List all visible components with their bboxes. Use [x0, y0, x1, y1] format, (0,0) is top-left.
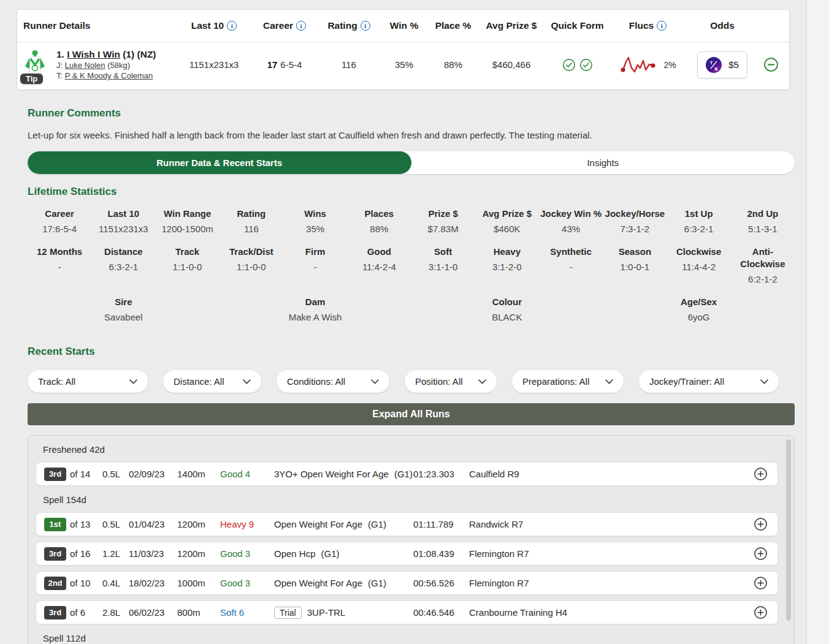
- run-row[interactable]: 3rd of 6 2.8L 06/02/23 800m Soft 6 Trial…: [36, 600, 778, 624]
- run-date: 11/03/23: [129, 548, 177, 559]
- stat-avg-prize: Avg Prize $$460K: [475, 208, 539, 235]
- race-grade: (G1): [368, 578, 386, 588]
- run-date: 01/04/23: [129, 519, 177, 529]
- tab-insights[interactable]: Insights: [411, 151, 795, 174]
- filter-distance[interactable]: Distance: All: [163, 370, 261, 393]
- venue: Caulfield R9: [469, 469, 754, 479]
- stat-prize: Prize $$7.83M: [411, 208, 475, 235]
- runner-country: (NZ): [137, 49, 156, 59]
- remove-cell: [758, 57, 783, 72]
- trainer-line: T: P & K Moody & Coleman: [56, 70, 156, 81]
- race-time: 01:08.439: [413, 548, 469, 559]
- race-name: Trial 3UP-TRL: [274, 607, 413, 619]
- expand-run-icon[interactable]: [754, 605, 768, 619]
- position-badge: 3rd: [44, 468, 66, 481]
- stat-synthetic: Synthetic-: [539, 246, 603, 285]
- run-row[interactable]: 3rd of 14 0.5L 02/09/23 1400m Good 4 3YO…: [36, 462, 778, 486]
- expand-run-icon[interactable]: [754, 547, 768, 561]
- run-distance: 800m: [177, 607, 220, 618]
- runner-text: 1. I Wish I Win (1) (NZ) J: Luke Nolen (…: [56, 48, 156, 81]
- run-distance: 1200m: [177, 519, 220, 529]
- stat-soft: Soft3:1-1-0: [411, 246, 475, 285]
- race-name: Open Weight For Age (G1): [274, 578, 413, 588]
- stat-season: Season1:0-0-1: [603, 246, 667, 285]
- tip-badge: Tip: [20, 74, 43, 84]
- odds-value: $5: [728, 59, 739, 70]
- info-icon[interactable]: i: [361, 21, 370, 31]
- stat-jockey-win: Jockey Win %43%: [539, 208, 603, 235]
- jockey-link[interactable]: Luke Nolen: [65, 61, 105, 70]
- stat-places: Places88%: [347, 208, 411, 235]
- expand-run-icon[interactable]: [754, 517, 768, 531]
- filter-preparations[interactable]: Preparations: All: [512, 370, 624, 393]
- run-row[interactable]: 2nd of 10 0.4L 18/02/23 1000m Good 3 Ope…: [36, 571, 778, 595]
- run-date: 02/09/23: [129, 469, 177, 479]
- stat-sire: SireSavabeel: [28, 296, 220, 323]
- group-label: Freshened 42d: [36, 444, 778, 455]
- filter-conditions[interactable]: Conditions: All: [277, 370, 389, 393]
- runner-name-link[interactable]: I Wish I Win: [67, 49, 120, 59]
- filter-track[interactable]: Track: All: [28, 370, 148, 393]
- race-grade: (G1): [321, 548, 340, 559]
- stat-12-months: 12 Months-: [28, 246, 91, 285]
- venue: Cranbourne Training H4: [469, 607, 754, 618]
- margin: 0.5L: [102, 519, 129, 529]
- position-badge: 3rd: [44, 547, 66, 561]
- odds-button[interactable]: T B $5: [697, 51, 747, 78]
- stat-rating: Rating116: [220, 208, 283, 235]
- tab-runner-data[interactable]: Runner Data & Recent Starts: [28, 151, 411, 174]
- position-badge: 2nd: [44, 577, 66, 590]
- info-icon[interactable]: i: [657, 21, 667, 31]
- chevron-down-icon: [760, 379, 768, 384]
- race-name: 3YO+ Open Weight For Age (G1): [274, 469, 413, 479]
- runner-comments-title: Runner Comments: [28, 107, 795, 119]
- avg-prize-value: $460,466: [478, 59, 545, 70]
- race-grade: (G1): [368, 519, 386, 529]
- info-icon[interactable]: i: [296, 21, 306, 31]
- stat-clockwise: Clockwise11:4-4-2: [667, 246, 731, 285]
- race-name: Open Hcp (G1): [274, 548, 413, 559]
- jockey-line: J: Luke Nolen (58kg): [56, 60, 156, 70]
- venue: Randwick R7: [469, 519, 754, 529]
- filters-row: Track: All Distance: All Conditions: All…: [28, 370, 795, 393]
- run-row[interactable]: 1st of 13 0.5L 01/04/23 1200m Heavy 9 Op…: [36, 512, 778, 536]
- margin: 0.4L: [102, 578, 129, 588]
- field-size: of 10: [70, 578, 102, 588]
- stat-track-dist: Track/Dist1:1-0-0: [220, 246, 283, 285]
- runs-list: Freshened 42d 3rd of 14 0.5L 02/09/23 14…: [28, 435, 795, 644]
- place-pct-header: Place %: [429, 20, 478, 31]
- career-value: 17 6-5-4: [251, 59, 318, 70]
- stat-1st-up: 1st Up6:3-2-1: [667, 208, 731, 235]
- run-date: 06/02/23: [129, 607, 177, 618]
- flucs-sparkline: [619, 54, 659, 76]
- stat-last10: Last 101151x231x3: [91, 208, 155, 235]
- stat-heavy: Heavy3:1-2-0: [475, 246, 539, 285]
- runner-row: Tip 1. I Wish I Win (1) (NZ) J: Luke Nol…: [17, 42, 789, 89]
- track-condition: Soft 6: [220, 607, 274, 618]
- race-time: 00:56.526: [413, 578, 469, 588]
- run-row[interactable]: 3rd of 16 1.2L 11/03/23 1200m Good 3 Ope…: [36, 542, 778, 566]
- minus-circle-icon[interactable]: [763, 57, 779, 72]
- expand-run-icon[interactable]: [754, 467, 768, 481]
- expand-all-runs-button[interactable]: Expand All Runs: [28, 403, 795, 425]
- filter-position[interactable]: Position: All: [405, 370, 497, 393]
- expand-run-icon[interactable]: [754, 576, 768, 590]
- field-size: of 16: [70, 548, 102, 559]
- lifetime-statistics-grid: Career17:6-5-4 Last 101151x231x3 Win Ran…: [28, 208, 795, 323]
- scrollbar-thumb[interactable]: [786, 439, 791, 621]
- flucs-pct: 2%: [663, 60, 676, 70]
- stat-2nd-up: 2nd Up5:1-3-1: [731, 208, 795, 235]
- field-size: of 6: [70, 607, 102, 618]
- venue: Flemington R7: [469, 578, 754, 588]
- margin: 2.8L: [102, 607, 129, 618]
- margin: 1.2L: [102, 548, 129, 559]
- filter-jockey-trainer[interactable]: Jockey/Trainer: All: [639, 370, 779, 393]
- info-icon[interactable]: i: [227, 21, 237, 31]
- trainer-link[interactable]: P & K Moody & Coleman: [65, 71, 153, 80]
- win-pct-value: 35%: [380, 59, 429, 70]
- stat-anti-clockwise: Anti-Clockwise6:2-1-2: [731, 246, 795, 285]
- career-header: Career i: [251, 20, 318, 31]
- stat-win-range: Win Range1200-1500m: [156, 208, 220, 235]
- stat-distance: Distance6:3-2-1: [91, 246, 155, 285]
- tab-bar: Runner Data & Recent Starts Insights: [28, 151, 795, 174]
